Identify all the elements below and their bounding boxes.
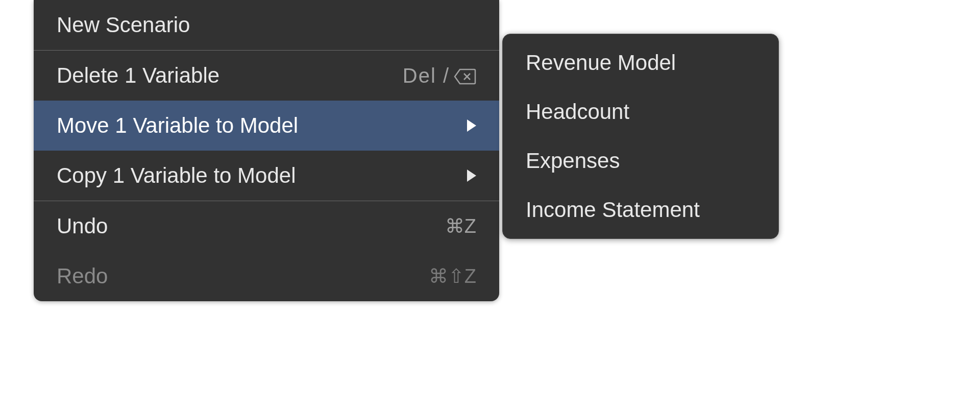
submenu-item-label: Revenue Model	[526, 51, 676, 75]
menu-item-label: Undo	[57, 214, 108, 238]
chevron-right-icon	[467, 170, 476, 182]
submenu-move-to-model: Revenue Model Headcount Expenses Income …	[502, 34, 779, 239]
chevron-right-icon	[467, 119, 476, 132]
menu-item-label: Redo	[57, 264, 108, 288]
submenu-item-label: Expenses	[526, 149, 620, 173]
submenu-item-income-statement[interactable]: Income Statement	[503, 185, 778, 238]
menu-item-shortcut: Del /	[403, 64, 476, 87]
menu-item-delete-variable[interactable]: Delete 1 Variable Del /	[34, 51, 499, 101]
menu-item-label: Delete 1 Variable	[57, 63, 219, 88]
submenu-item-headcount[interactable]: Headcount	[503, 87, 778, 136]
menu-item-label: Move 1 Variable to Model	[57, 113, 298, 138]
menu-item-shortcut: ⌘⇧Z	[429, 265, 476, 287]
submenu-item-revenue-model[interactable]: Revenue Model	[503, 34, 778, 87]
menu-item-undo[interactable]: Undo ⌘Z	[34, 201, 499, 251]
menu-item-redo: Redo ⌘⇧Z	[34, 251, 499, 301]
submenu-item-label: Income Statement	[526, 198, 700, 222]
context-menu: New Scenario Delete 1 Variable Del / Mov…	[34, 0, 499, 301]
menu-item-shortcut: ⌘Z	[445, 215, 476, 237]
menu-item-copy-variable[interactable]: Copy 1 Variable to Model	[34, 151, 499, 201]
submenu-item-label: Headcount	[526, 100, 629, 124]
menu-item-move-variable[interactable]: Move 1 Variable to Model	[34, 101, 499, 151]
menu-item-label: Copy 1 Variable to Model	[57, 163, 296, 188]
submenu-item-expenses[interactable]: Expenses	[503, 136, 778, 185]
backspace-icon	[454, 67, 476, 84]
menu-item-label: New Scenario	[57, 13, 190, 37]
menu-item-new-scenario[interactable]: New Scenario	[34, 0, 499, 50]
